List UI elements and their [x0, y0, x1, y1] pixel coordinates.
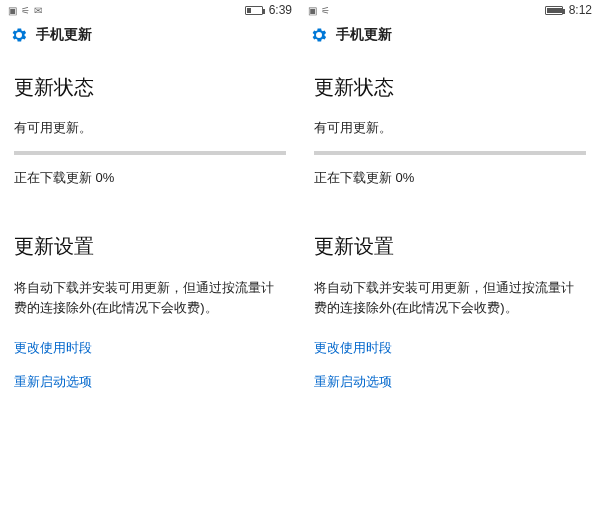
download-progress-text: 正在下载更新 0%	[14, 169, 286, 187]
update-settings-description: 将自动下载并安装可用更新，但通过按流量计费的连接除外(在此情况下会收费)。	[14, 278, 286, 317]
battery-fill	[247, 8, 252, 13]
sim-icon: ▣	[308, 5, 317, 16]
status-bar: ▣ ⚟ ✉ 6:39	[0, 0, 300, 20]
change-active-hours-link[interactable]: 更改使用时段	[314, 339, 586, 357]
wifi-icon: ⚟	[321, 5, 330, 16]
restart-options-link[interactable]: 重新启动选项	[14, 373, 286, 391]
phone-pane-right: ▣ ⚟ 8:12 手机更新 更新状态 有可用更新。 正在下载更新 0% 更新设置…	[300, 0, 600, 530]
update-status-heading: 更新状态	[14, 74, 286, 101]
clock-time: 8:12	[569, 3, 592, 17]
change-active-hours-link[interactable]: 更改使用时段	[14, 339, 286, 357]
gear-icon	[10, 26, 28, 44]
vibrate-icon: ✉	[34, 5, 42, 16]
battery-icon	[545, 6, 563, 15]
page-header: 手机更新	[0, 20, 300, 54]
download-progress-bar	[314, 151, 586, 155]
update-settings-description: 将自动下载并安装可用更新，但通过按流量计费的连接除外(在此情况下会收费)。	[314, 278, 586, 317]
restart-options-link[interactable]: 重新启动选项	[314, 373, 586, 391]
gear-icon	[310, 26, 328, 44]
update-settings-heading: 更新设置	[314, 233, 586, 260]
page-title: 手机更新	[336, 26, 392, 44]
clock-time: 6:39	[269, 3, 292, 17]
download-progress-text: 正在下载更新 0%	[314, 169, 586, 187]
battery-fill	[547, 8, 562, 13]
download-progress-bar	[14, 151, 286, 155]
update-status-heading: 更新状态	[314, 74, 586, 101]
update-available-text: 有可用更新。	[314, 119, 586, 137]
update-settings-heading: 更新设置	[14, 233, 286, 260]
wifi-icon: ⚟	[21, 5, 30, 16]
page-title: 手机更新	[36, 26, 92, 44]
update-available-text: 有可用更新。	[14, 119, 286, 137]
page-header: 手机更新	[300, 20, 600, 54]
phone-pane-left: ▣ ⚟ ✉ 6:39 手机更新 更新状态 有可用更新。 正在下载更新 0% 更新…	[0, 0, 300, 530]
sim-icon: ▣	[8, 5, 17, 16]
status-bar: ▣ ⚟ 8:12	[300, 0, 600, 20]
battery-icon	[245, 6, 263, 15]
